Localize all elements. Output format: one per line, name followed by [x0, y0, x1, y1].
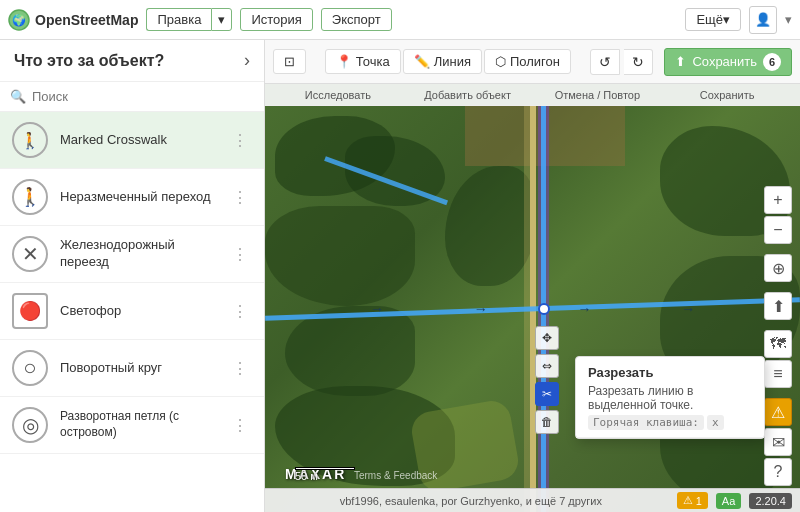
undo-redo-label: Отмена / Повтор — [533, 89, 663, 101]
context-tooltip-desc: Разрезать линию в выделенной точке. — [588, 384, 752, 412]
item-label-railway-crossing: Железнодорожный переезд — [60, 237, 216, 271]
user-dropdown-arrow: ▾ — [785, 12, 792, 27]
geolocate-button[interactable]: ⊕ — [764, 254, 792, 282]
topbar: 🌍 OpenStreetMap Правка ▾ История Экспорт… — [0, 0, 800, 40]
search-bar: 🔍 — [0, 82, 264, 112]
disconnect-node-button[interactable]: ⇔ — [535, 354, 559, 378]
history-button[interactable]: История — [240, 8, 312, 31]
sidebar-toggle-button[interactable]: › — [244, 50, 250, 71]
compass-button[interactable]: ⬆ — [764, 292, 792, 320]
edit-arrow-button[interactable]: ▾ — [211, 8, 232, 31]
item-label-unmarked-crosswalk: Неразмеченный переход — [60, 189, 216, 206]
add-object-tools: 📍 Точка ✏️ Линия ⬡ Полигон — [325, 49, 571, 74]
map-background[interactable]: → → → → ✥ ⇔ ✂ 🗑 Разрезать Разрезать лини — [265, 106, 800, 512]
investigate-label: Исследовать — [273, 89, 403, 101]
list-item[interactable]: ✕ Железнодорожный переезд ⋮ — [0, 226, 264, 283]
item-icon-marked-crosswalk: 🚶 — [12, 122, 48, 158]
item-label-marked-crosswalk: Marked Crosswalk — [60, 132, 216, 149]
polygon-tool-button[interactable]: ⬡ Полигон — [484, 49, 571, 74]
warning-badge[interactable]: ⚠ 1 — [677, 492, 708, 509]
item-more-railway-crossing[interactable]: ⋮ — [228, 243, 252, 266]
map-data-button[interactable]: ≡ — [764, 360, 792, 388]
export-button[interactable]: Экспорт — [321, 8, 392, 31]
item-icon-unmarked-crosswalk: 🚶 — [12, 179, 48, 215]
search-input[interactable] — [32, 89, 254, 104]
sidebar-title: Что это за объект? — [14, 52, 164, 70]
more-button[interactable]: Ещё▾ — [685, 8, 741, 31]
main-layout: Что это за объект? › 🔍 🚶 Marked Crosswal… — [0, 40, 800, 512]
point-icon: 📍 — [336, 54, 352, 69]
text-size-button[interactable]: Аа — [716, 493, 742, 509]
edit-btn-group[interactable]: Правка ▾ — [146, 8, 232, 31]
save-count-badge: 6 — [763, 53, 781, 71]
item-more-roundabout[interactable]: ⋮ — [228, 357, 252, 380]
map-subtoolbar: Исследовать Добавить объект Отмена / Пов… — [265, 84, 800, 106]
context-tooltip-title: Разрезать — [588, 365, 752, 380]
user-avatar[interactable]: 👤 — [749, 6, 777, 34]
item-label-turning-loop: Разворотная петля (с островом) — [60, 409, 216, 440]
item-label-traffic-light: Светофор — [60, 303, 216, 320]
undo-button[interactable]: ↺ — [590, 49, 620, 75]
notes-button[interactable]: ✉ — [764, 428, 792, 456]
svg-text:🌍: 🌍 — [12, 13, 26, 27]
logo: 🌍 OpenStreetMap — [8, 9, 138, 31]
edit-controls: ✥ ⇔ ✂ 🗑 — [535, 326, 559, 434]
list-item[interactable]: 🔴 Светофор ⋮ — [0, 283, 264, 340]
search-icon: 🔍 — [10, 89, 26, 104]
list-item[interactable]: 🚶 Неразмеченный переход ⋮ — [0, 169, 264, 226]
line-icon: ✏️ — [414, 54, 430, 69]
line-tool-button[interactable]: ✏️ Линия — [403, 49, 482, 74]
list-item[interactable]: ◎ Разворотная петля (с островом) ⋮ — [0, 397, 264, 454]
investigate-button[interactable]: ⊡ — [273, 49, 306, 74]
redo-button[interactable]: ↻ — [624, 49, 653, 75]
item-more-unmarked-crosswalk[interactable]: ⋮ — [228, 186, 252, 209]
cut-node-button[interactable]: ✂ — [535, 382, 559, 406]
context-hotkey: Горячая клавиша: x — [588, 416, 752, 429]
zoom-in-button[interactable]: + — [764, 186, 792, 214]
move-node-button[interactable]: ✥ — [535, 326, 559, 350]
item-more-traffic-light[interactable]: ⋮ — [228, 300, 252, 323]
item-label-roundabout: Поворотный круг — [60, 360, 216, 377]
item-icon-traffic-light: 🔴 — [12, 293, 48, 329]
version-badge: 2.20.4 — [749, 493, 792, 509]
context-menu-tooltip: Разрезать Разрезать линию в выделенной т… — [576, 357, 764, 438]
zoom-out-button[interactable]: − — [764, 216, 792, 244]
item-icon-turning-loop: ◎ — [12, 407, 48, 443]
issues-button[interactable]: ⚠ — [764, 398, 792, 426]
map-scale: 50 м — [295, 465, 355, 482]
warning-icon: ⚠ — [683, 494, 693, 507]
list-item[interactable]: 🚶 Marked Crosswalk ⋮ — [0, 112, 264, 169]
map-area[interactable]: ⊡ 📍 Точка ✏️ Линия ⬡ Полигон ↺ ↻ — [265, 40, 800, 512]
save-upload-icon: ⬆ — [675, 54, 686, 69]
point-tool-button[interactable]: 📍 Точка — [325, 49, 401, 74]
polygon-icon: ⬡ — [495, 54, 506, 69]
item-more-turning-loop[interactable]: ⋮ — [228, 414, 252, 437]
statusbar: vbf1996, esaulenka, por Gurzhуenko, и ещ… — [265, 488, 800, 512]
list-item[interactable]: ○ Поворотный круг ⋮ — [0, 340, 264, 397]
logo-text: OpenStreetMap — [35, 12, 138, 28]
sidebar-header: Что это за объект? › — [0, 40, 264, 82]
edit-button[interactable]: Правка — [146, 8, 211, 31]
help-button[interactable]: ? — [764, 458, 792, 486]
terms-feedback[interactable]: Terms & Feedback — [354, 470, 437, 481]
item-icon-railway-crossing: ✕ — [12, 236, 48, 272]
sidebar: Что это за объект? › 🔍 🚶 Marked Crosswal… — [0, 40, 265, 512]
contributors-text: vbf1996, esaulenka, por Gurzhуenko, и ещ… — [273, 495, 669, 507]
delete-node-button[interactable]: 🗑 — [535, 410, 559, 434]
map-toolbar: ⊡ 📍 Точка ✏️ Линия ⬡ Полигон ↺ ↻ — [265, 40, 800, 84]
context-menu: Разрезать Разрезать линию в выделенной т… — [575, 356, 765, 439]
item-list: 🚶 Marked Crosswalk ⋮ 🚶 Неразмеченный пер… — [0, 112, 264, 512]
background-button[interactable]: 🗺 — [764, 330, 792, 358]
save-button[interactable]: ⬆ Сохранить 6 — [664, 48, 792, 76]
map-controls: + − ⊕ ⬆ 🗺 ≡ ⚠ ✉ ? — [764, 186, 792, 486]
add-object-label: Добавить объект — [403, 89, 533, 101]
item-more-marked-crosswalk[interactable]: ⋮ — [228, 129, 252, 152]
item-icon-roundabout: ○ — [12, 350, 48, 386]
save-label-sub: Сохранить — [662, 89, 792, 101]
investigate-icon: ⊡ — [284, 54, 295, 69]
